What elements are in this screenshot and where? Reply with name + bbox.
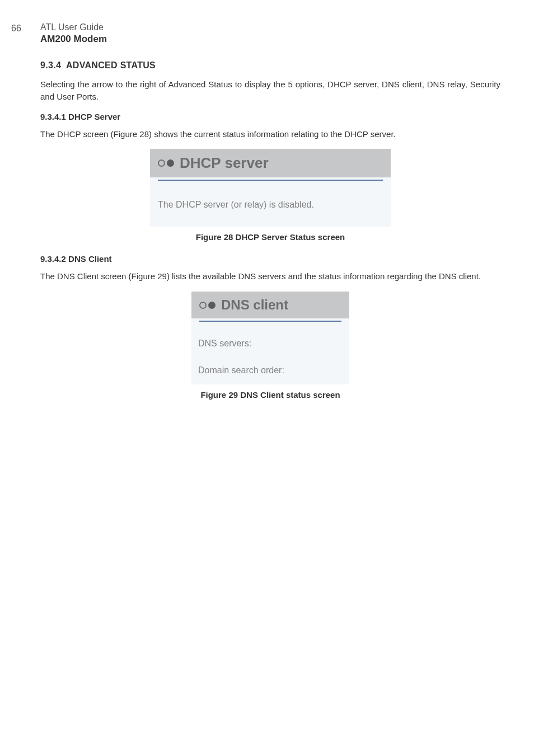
screenshot-body: DNS servers: Domain search order:	[191, 322, 349, 384]
dot-icon	[158, 159, 165, 167]
sub2-text: The DNS Client screen (Figure 29) lists …	[40, 270, 500, 283]
figure-28-wrap: DHCP server The DHCP server (or relay) i…	[40, 149, 500, 242]
header-titles: ATL User Guide AM200 Modem	[40, 22, 500, 45]
sub2-title: DNS Client	[68, 254, 112, 264]
subheading-dns: 9.3.4.2 DNS Client	[40, 254, 500, 264]
figure-29-screenshot: DNS client DNS servers: Domain search or…	[191, 292, 349, 384]
screenshot-line-2: Domain search order:	[198, 365, 341, 375]
header-dots-icon	[158, 159, 174, 167]
section-title: ADVANCED STATUS	[66, 60, 156, 70]
screenshot-header: DNS client	[191, 292, 349, 318]
header-dots-icon	[199, 302, 216, 309]
content-body: 9.3.4 ADVANCED STATUS Selecting the arro…	[40, 60, 500, 400]
sub1-number: 9.3.4.1	[40, 112, 66, 121]
subheading-dhcp: 9.3.4.1 DHCP Server	[40, 112, 500, 121]
product-title: AM200 Modem	[40, 34, 500, 45]
screenshot-header: DHCP server	[150, 149, 391, 177]
screenshot-title: DNS client	[221, 297, 288, 313]
section-number: 9.3.4	[40, 60, 61, 70]
page-number: 66	[11, 22, 40, 34]
sub1-text: The DHCP screen (Figure 28) shows the cu…	[40, 128, 500, 140]
dot-icon	[199, 302, 207, 309]
figure-29-wrap: DNS client DNS servers: Domain search or…	[40, 292, 500, 400]
sub2-number: 9.3.4.2	[40, 254, 66, 264]
spacer	[198, 349, 341, 365]
page-header: 66 ATL User Guide AM200 Modem	[11, 22, 500, 45]
sub1-title: DHCP Server	[68, 112, 120, 121]
guide-title: ATL User Guide	[40, 22, 500, 32]
screenshot-body: The DHCP server (or relay) is disabled.	[150, 181, 391, 227]
section-intro: Selecting the arrow to the right of Adva…	[40, 78, 500, 103]
screenshot-title: DHCP server	[180, 154, 269, 172]
dot-icon	[208, 302, 216, 309]
section-heading: 9.3.4 ADVANCED STATUS	[40, 60, 500, 71]
document-page: 66 ATL User Guide AM200 Modem 9.3.4 ADVA…	[0, 0, 534, 434]
screenshot-line-1: DNS servers:	[198, 339, 341, 349]
dot-icon	[167, 159, 174, 167]
figure-28-screenshot: DHCP server The DHCP server (or relay) i…	[150, 149, 391, 227]
figure-28-caption: Figure 28 DHCP Server Status screen	[40, 232, 500, 242]
screenshot-body-text: The DHCP server (or relay) is disabled.	[158, 200, 383, 210]
figure-29-caption: Figure 29 DNS Client status screen	[40, 390, 500, 400]
